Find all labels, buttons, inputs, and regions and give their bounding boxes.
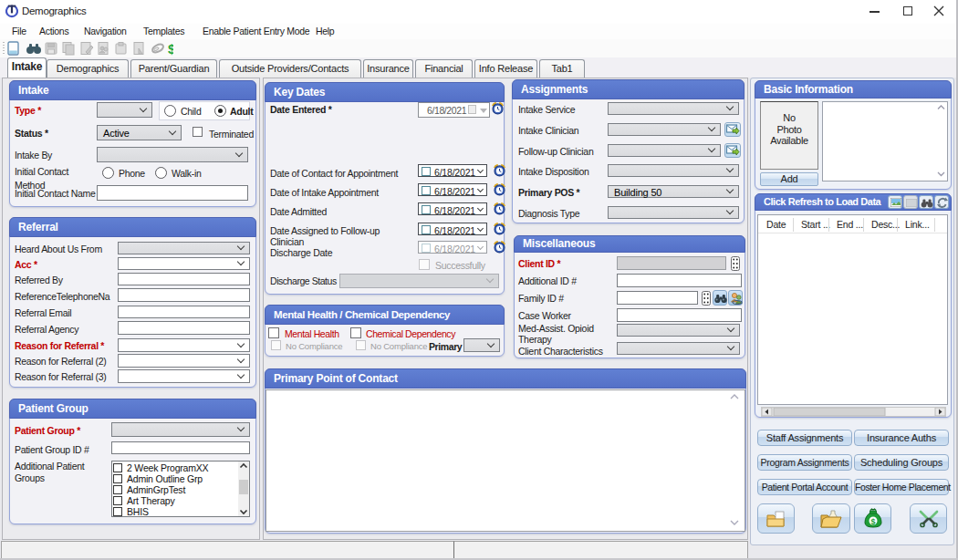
svg-text:$: $ (168, 41, 173, 57)
svg-text:$: $ (870, 517, 875, 526)
